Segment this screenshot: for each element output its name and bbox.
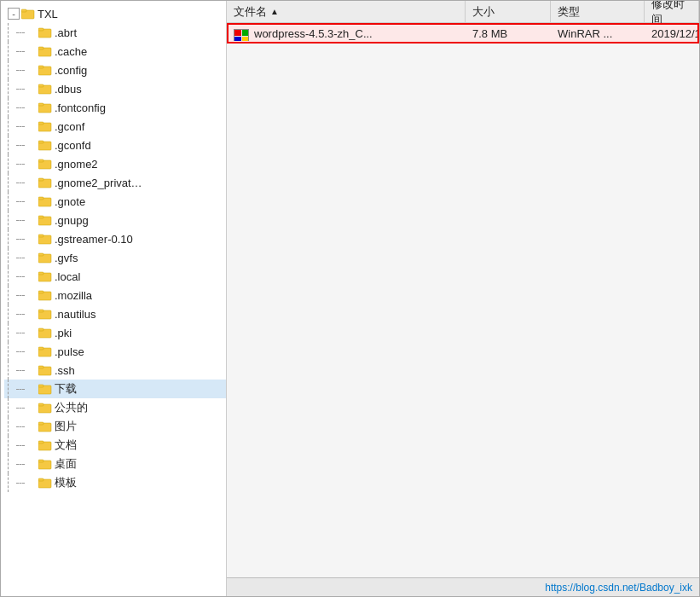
tree-item-gconf[interactable]: .gconf [4, 117, 226, 136]
tree-item-txl[interactable]: - TXL [4, 4, 226, 23]
folder-icon-fontconfig [38, 101, 52, 113]
tree-label-wendang: 文档 [55, 438, 77, 453]
svg-rect-29 [38, 272, 43, 275]
svg-rect-37 [38, 347, 43, 350]
tree-label-gconf: .gconf [55, 120, 84, 133]
col-header-date[interactable]: 修改时间 [645, 1, 699, 22]
svg-rect-31 [38, 291, 43, 293]
tree-item-abrt[interactable]: .abrt [4, 23, 226, 42]
tree-item-fontconfig[interactable]: .fontconfig [4, 98, 226, 117]
file-rows-container: wordpress-4.5.3-zh_C...7.8 MBWinRAR ...2… [227, 23, 699, 43]
svg-rect-41 [38, 385, 43, 387]
tree-item-cache[interactable]: .cache [4, 42, 226, 61]
tree-item-mozilla[interactable]: .mozilla [4, 286, 226, 304]
svg-rect-7 [38, 66, 43, 68]
folder-icon-local [38, 270, 52, 282]
file-size-0: 7.8 MB [467, 27, 552, 40]
svg-rect-5 [38, 47, 43, 49]
svg-rect-3 [38, 28, 43, 31]
folder-icon-gongong [38, 402, 52, 414]
svg-rect-9 [38, 84, 43, 87]
svg-rect-47 [38, 441, 43, 443]
svg-rect-11 [38, 103, 43, 106]
tree-item-gstreamer[interactable]: .gstreamer-0.10 [4, 229, 226, 248]
tree-label-gconfd: .gconfd [55, 139, 91, 152]
tree-label-config: .config [55, 64, 87, 77]
tree-label-tupian: 图片 [55, 419, 77, 434]
tree-label-nautilus: .nautilus [55, 308, 95, 321]
tree-label-gvfs: .gvfs [55, 252, 78, 264]
svg-rect-45 [38, 422, 43, 425]
folder-icon-wendang [38, 439, 52, 451]
tree-item-tupian[interactable]: 图片 [4, 417, 226, 436]
file-date-0: 2019/12/19 07:51 [646, 27, 697, 40]
file-list: wordpress-4.5.3-zh_C...7.8 MBWinRAR ...2… [227, 23, 699, 577]
content-panel: 文件名 ▲ 大小 类型 修改时间 wordpress-4.5.3-zh_C...… [227, 1, 699, 596]
tree-item-pulse[interactable]: .pulse [4, 342, 226, 361]
svg-rect-23 [38, 216, 43, 218]
file-name-0: wordpress-4.5.3-zh_C... [229, 26, 467, 41]
folder-icon-mozilla [38, 289, 52, 301]
svg-rect-19 [38, 178, 43, 181]
folder-icon-nautilus [38, 308, 52, 320]
col-header-size[interactable]: 大小 [466, 1, 551, 22]
tree-label-gnupg: .gnupg [55, 214, 89, 227]
svg-rect-39 [38, 366, 43, 368]
tree-item-wendang[interactable]: 文档 [4, 436, 226, 455]
file-manager: - TXL .abrt .cache .config .dbus .fontco… [0, 0, 700, 597]
tree-item-zhuomian[interactable]: 桌面 [4, 455, 226, 473]
winrar-icon-0 [234, 26, 251, 41]
tree-root-label: TXL [38, 8, 58, 20]
folder-icon-ssh [38, 364, 52, 376]
col-header-type[interactable]: 类型 [551, 1, 645, 22]
tree-item-pki[interactable]: .pki [4, 323, 226, 342]
status-url: https://blog.csdn.net/Badboy_ixk [545, 582, 692, 594]
tree-item-config[interactable]: .config [4, 61, 226, 79]
folder-icon-dbus [38, 83, 52, 95]
tree-item-gnome2_private[interactable]: .gnome2_privat… [4, 173, 226, 192]
svg-rect-35 [38, 328, 43, 331]
tree-item-xiazai[interactable]: 下载 [4, 380, 226, 398]
tree-label-cache: .cache [55, 45, 87, 58]
svg-rect-15 [38, 141, 43, 143]
status-bar: https://blog.csdn.net/Badboy_ixk [227, 577, 699, 596]
tree-label-moban: 模板 [55, 475, 77, 490]
tree-label-gongong: 公共的 [55, 400, 88, 415]
tree-label-abrt: .abrt [55, 26, 77, 39]
file-type-0: WinRAR ... [552, 27, 646, 40]
tree-label-xiazai: 下载 [55, 381, 77, 397]
tree-label-pulse: .pulse [55, 345, 84, 358]
sort-arrow-name: ▲ [270, 7, 279, 16]
tree-label-zhuomian: 桌面 [55, 456, 77, 472]
tree-label-gnote: .gnote [55, 195, 85, 208]
tree-item-moban[interactable]: 模板 [4, 473, 226, 492]
tree-items-container: .abrt .cache .config .dbus .fontconfig .… [4, 23, 226, 492]
tree-item-ssh[interactable]: .ssh [4, 361, 226, 380]
tree-label-gstreamer: .gstreamer-0.10 [55, 233, 133, 246]
svg-rect-27 [38, 253, 43, 256]
tree-item-gnome2[interactable]: .gnome2 [4, 154, 226, 173]
tree-item-nautilus[interactable]: .nautilus [4, 304, 226, 323]
tree-item-gvfs[interactable]: .gvfs [4, 248, 226, 267]
tree-item-dbus[interactable]: .dbus [4, 79, 226, 98]
svg-rect-43 [38, 403, 43, 406]
tree-item-gongong[interactable]: 公共的 [4, 398, 226, 417]
folder-icon-txl [21, 8, 35, 20]
svg-rect-21 [38, 197, 43, 200]
file-row-0[interactable]: wordpress-4.5.3-zh_C...7.8 MBWinRAR ...2… [227, 23, 699, 43]
svg-rect-1 [21, 9, 26, 12]
tree-item-local[interactable]: .local [4, 267, 226, 286]
svg-rect-33 [38, 310, 43, 312]
expand-icon-txl[interactable]: - [8, 8, 20, 20]
tree-item-gnote[interactable]: .gnote [4, 192, 226, 211]
folder-icon-gnupg [38, 214, 52, 226]
tree-label-gnome2_private: .gnome2_privat… [55, 177, 142, 189]
folder-icon-xiazai [38, 383, 52, 395]
folder-icon-moban [38, 477, 52, 489]
svg-rect-17 [38, 159, 43, 162]
tree-item-gconfd[interactable]: .gconfd [4, 136, 226, 154]
folder-icon-gnome2 [38, 158, 52, 170]
svg-rect-25 [38, 235, 43, 237]
tree-item-gnupg[interactable]: .gnupg [4, 211, 226, 229]
col-header-name[interactable]: 文件名 ▲ [227, 1, 466, 22]
